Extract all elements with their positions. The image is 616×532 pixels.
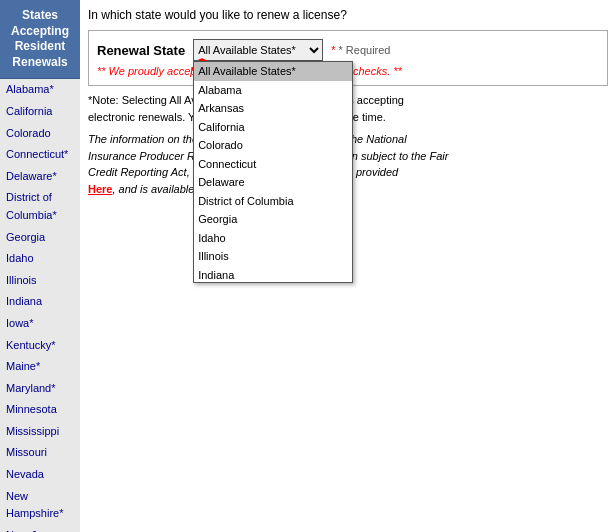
sidebar-item[interactable]: Nevada	[0, 464, 80, 486]
dropdown-item[interactable]: Alabama	[194, 81, 352, 100]
sidebar-item[interactable]: Mississippi	[0, 421, 80, 443]
sidebar-item[interactable]: Illinois	[0, 270, 80, 292]
sidebar-item[interactable]: Colorado	[0, 123, 80, 145]
sidebar-item[interactable]: Maryland*	[0, 378, 80, 400]
sidebar: States Accepting Resident Renewals Alaba…	[0, 0, 80, 532]
dropdown-item[interactable]: California	[194, 118, 352, 137]
sidebar-item[interactable]: Delaware*	[0, 166, 80, 188]
question-text: In which state would you like to renew a…	[88, 8, 608, 22]
sidebar-item[interactable]: Indiana	[0, 291, 80, 313]
sidebar-list: Alabama*CaliforniaColoradoConnecticut*De…	[0, 79, 80, 532]
required-indicator: * * Required	[331, 44, 390, 56]
dropdown-item[interactable]: All Available States*	[194, 62, 352, 81]
sidebar-item[interactable]: Connecticut*	[0, 144, 80, 166]
sidebar-item[interactable]: New Jersey	[0, 525, 80, 532]
sidebar-item[interactable]: Missouri	[0, 442, 80, 464]
renewal-row: Renewal State All Available States*Alaba…	[97, 39, 599, 61]
dropdown-scroll-area[interactable]: All Available States*AlabamaArkansasCali…	[194, 62, 352, 282]
sidebar-item[interactable]: Georgia	[0, 227, 80, 249]
dropdown-item[interactable]: Delaware	[194, 173, 352, 192]
sidebar-item[interactable]: Iowa*	[0, 313, 80, 335]
sidebar-item[interactable]: Maine*	[0, 356, 80, 378]
sidebar-item[interactable]: California	[0, 101, 80, 123]
main-content: In which state would you like to renew a…	[80, 0, 616, 532]
renewal-label: Renewal State	[97, 43, 185, 58]
sidebar-item[interactable]: Minnesota	[0, 399, 80, 421]
dropdown-item[interactable]: Colorado	[194, 136, 352, 155]
sidebar-item[interactable]: District of Columbia*	[0, 187, 80, 226]
here-link[interactable]: Here	[88, 183, 112, 195]
sidebar-item[interactable]: Kentucky*	[0, 335, 80, 357]
dropdown-item[interactable]: Arkansas	[194, 99, 352, 118]
dropdown-item[interactable]: District of Columbia	[194, 192, 352, 211]
state-dropdown[interactable]: All Available States*AlabamaArkansasCali…	[193, 61, 353, 283]
renewal-select[interactable]: All Available States*AlabamaArkansasCali…	[193, 39, 323, 61]
dropdown-item[interactable]: Indiana	[194, 266, 352, 283]
sidebar-item[interactable]: New Hampshire*	[0, 486, 80, 525]
renewal-select-wrapper: All Available States*AlabamaArkansasCali…	[193, 39, 323, 61]
sidebar-item[interactable]: Alabama*	[0, 79, 80, 101]
dropdown-item[interactable]: Illinois	[194, 247, 352, 266]
form-box: Renewal State All Available States*Alaba…	[88, 30, 608, 86]
dropdown-item[interactable]: Connecticut	[194, 155, 352, 174]
sidebar-item[interactable]: Idaho	[0, 248, 80, 270]
dropdown-item[interactable]: Georgia	[194, 210, 352, 229]
dropdown-item[interactable]: Idaho	[194, 229, 352, 248]
sidebar-header: States Accepting Resident Renewals	[0, 0, 80, 79]
